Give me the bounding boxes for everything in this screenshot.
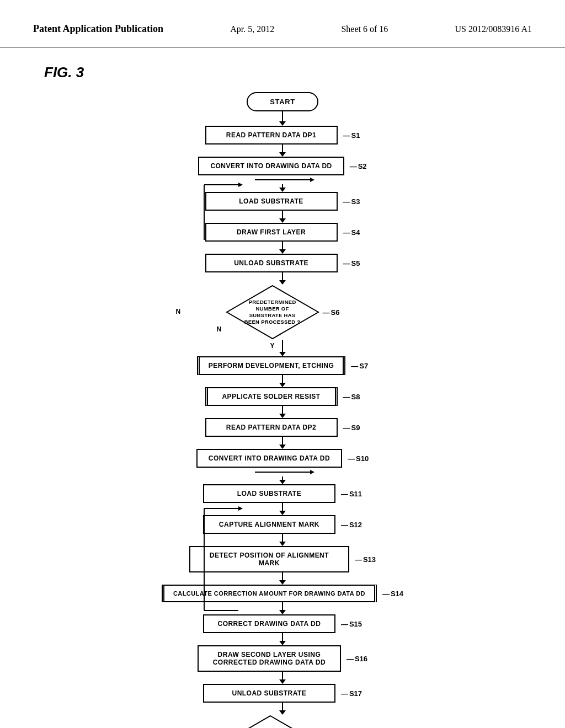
s3-box: LOAD SUBSTRATE — [205, 192, 338, 211]
start-terminal: START — [247, 92, 318, 111]
step-s12: CAPTURE ALIGNMENT MARK S12 — [203, 515, 362, 534]
s15-box: CORRECT DRAWING DATA DD — [203, 614, 335, 633]
arrow-10 — [279, 477, 286, 484]
arrow-9 — [279, 437, 286, 449]
publication-date: Apr. 5, 2012 — [230, 22, 274, 34]
arrow-16 — [279, 672, 286, 684]
svg-marker-5 — [225, 716, 316, 728]
step-s10: CONVERT INTO DRAWING DATA DD S10 — [196, 449, 369, 468]
s8-label: S8 — [343, 393, 360, 401]
s16-label: S16 — [347, 655, 367, 663]
arrow-3 — [279, 211, 286, 223]
s7-label: S7 — [351, 362, 368, 370]
s12-label: S12 — [341, 521, 362, 529]
s17-label: S17 — [341, 689, 362, 698]
s2-label: S2 — [350, 162, 367, 170]
step-s16: DRAW SECOND LAYER USINGCORRECTED DRAWING… — [198, 645, 367, 672]
step-s4: DRAW FIRST LAYER S4 — [205, 223, 360, 242]
s9-box: READ PATTERN DATA DP2 — [205, 418, 338, 437]
arrow-1 — [279, 144, 286, 157]
s10-box: CONVERT INTO DRAWING DATA DD — [196, 449, 342, 468]
s5-label: S5 — [343, 259, 360, 267]
step-s1: READ PATTERN DATA DP1 S1 — [205, 126, 360, 144]
arrow-right-s2 — [211, 175, 354, 184]
s6-y: Y — [270, 342, 275, 350]
s10-label: S10 — [348, 454, 369, 463]
flowchart: START READ PATTERN DATA DP1 S1 CONVERT I… — [0, 87, 565, 728]
s9-label: S9 — [343, 424, 360, 432]
s16-box: DRAW SECOND LAYER USINGCORRECTED DRAWING… — [198, 645, 341, 672]
arrow-4 — [279, 242, 286, 254]
s2-box: CONVERT INTO DRAWING DATA DD — [198, 157, 344, 175]
step-s8: APPLICATE SOLDER RESIST S8 — [205, 387, 360, 406]
s6-n-label: N — [176, 308, 181, 315]
s14-label: S14 — [382, 590, 403, 598]
step-s14: CALCULATE CORRECTION AMOUNT FOR DRAWING … — [162, 585, 403, 602]
publication-title: Patent Application Publication — [33, 22, 163, 36]
arrow-14 — [279, 602, 286, 614]
step-s11: LOAD SUBSTRATE S11 — [203, 484, 362, 503]
s4-label: S4 — [343, 228, 360, 237]
step-s2: CONVERT INTO DRAWING DATA DD S2 — [198, 157, 366, 175]
svg-marker-1 — [310, 178, 315, 182]
s8-box: APPLICATE SOLDER RESIST — [205, 387, 338, 406]
s13-box: DETECT POSITION OF ALIGNMENT MARK — [189, 546, 349, 572]
s11-box: LOAD SUBSTRATE — [203, 484, 335, 503]
arrow-13 — [279, 572, 286, 585]
step-s13: DETECT POSITION OF ALIGNMENT MARK S13 — [189, 546, 376, 572]
s17-box: UNLOAD SUBSTRATE — [203, 684, 335, 703]
arrow-12 — [279, 534, 286, 546]
arrow-5 — [279, 272, 286, 285]
step-s7: PERFORM DEVELOPMENT, ETCHING S7 — [197, 356, 368, 375]
step-s15: CORRECT DRAWING DATA DD S15 — [203, 614, 362, 633]
arrow-right-s10 — [211, 468, 354, 477]
svg-marker-4 — [310, 470, 315, 474]
step-s18: PREDETERMINED NUMBEROF SUBSTRATE HASBEEN… — [223, 715, 342, 728]
s13-label: S13 — [355, 555, 376, 564]
publication-number: US 2012/0083916 A1 — [455, 22, 532, 34]
arrow-2 — [279, 184, 286, 192]
step-s3: LOAD SUBSTRATE S3 — [205, 192, 360, 211]
arrow-11 — [279, 503, 286, 515]
start-label: START — [247, 92, 318, 111]
step-s9: READ PATTERN DATA DP2 S9 — [205, 418, 360, 437]
s14-box: CALCULATE CORRECTION AMOUNT FOR DRAWING … — [162, 585, 377, 602]
s11-label: S11 — [341, 490, 362, 498]
step-s6: N PREDETERMINEDNUMBER OFSUBSTRATE HASBEE… — [226, 285, 340, 340]
s12-box: CAPTURE ALIGNMENT MARK — [203, 515, 335, 534]
step-s17: UNLOAD SUBSTRATE S17 — [203, 684, 362, 703]
arrow-7 — [279, 375, 286, 387]
s5-box: UNLOAD SUBSTRATE — [205, 254, 338, 272]
s6-n: N — [217, 325, 222, 333]
arrow-8 — [279, 406, 286, 418]
s4-box: DRAW FIRST LAYER — [205, 223, 338, 242]
step-s5: UNLOAD SUBSTRATE S5 — [205, 254, 360, 272]
s15-label: S15 — [341, 620, 362, 628]
arrow-0 — [279, 111, 286, 126]
s7-box: PERFORM DEVELOPMENT, ETCHING — [197, 356, 345, 375]
page-header: Patent Application Publication Apr. 5, 2… — [0, 0, 565, 47]
s3-label: S3 — [343, 197, 360, 206]
sheet-info: Sheet 6 of 16 — [341, 22, 388, 34]
figure-label: FIG. 3 — [44, 64, 565, 81]
arrow-17 — [279, 703, 286, 715]
s1-label: S1 — [343, 131, 360, 140]
s1-box: READ PATTERN DATA DP1 — [205, 126, 338, 144]
arrow-15 — [279, 633, 286, 645]
arrow-6 — [279, 340, 286, 356]
s6-label: S6 — [323, 308, 340, 317]
s6-text: PREDETERMINEDNUMBER OFSUBSTRATE HASBEEN … — [237, 299, 308, 325]
